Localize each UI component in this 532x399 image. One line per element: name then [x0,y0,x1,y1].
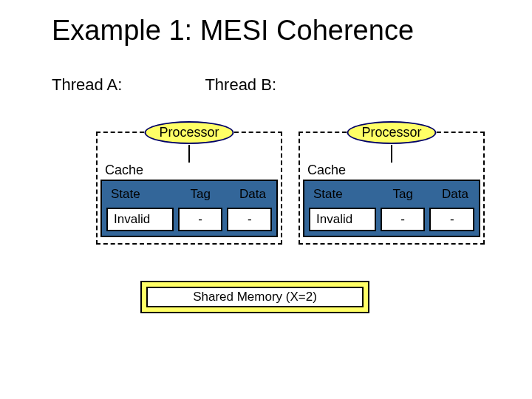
slide-title: Example 1: MESI Coherence [52,15,414,47]
processor-a-node: Processor [144,121,233,144]
thread-b-label: Thread B: [205,75,276,95]
cache-b-state-cell: Invalid [309,208,376,231]
cache-b-table: State Tag Data Invalid - - [303,180,480,237]
cache-b-tag-cell: - [381,208,426,231]
cache-a-data-cell: - [227,208,272,231]
cache-b-header-state: State [309,185,346,203]
cache-b-header-data: Data [439,185,474,203]
core-b-box: Processor Cache State Tag Data Invalid -… [299,132,485,245]
cache-a-tag-cell: - [178,208,223,231]
cache-b-header-tag: Tag [389,185,415,203]
shared-memory-box: Shared Memory (X=2) [140,281,369,313]
cache-a-header-tag: Tag [187,185,213,203]
cache-a-table: State Tag Data Invalid - - [100,180,278,237]
processor-b-node: Processor [347,121,436,144]
connector-a [188,145,190,163]
thread-a-label: Thread A: [52,75,122,95]
cache-a-label: Cache [105,163,278,178]
cache-b-data-cell: - [429,208,474,231]
cache-a-header-data: Data [236,185,272,203]
connector-b [391,145,392,163]
cache-a-header-state: State [106,185,143,203]
shared-memory-label: Shared Memory (X=2) [146,287,364,307]
core-a-box: Processor Cache State Tag Data Invalid -… [96,132,282,245]
cache-b-label: Cache [307,163,480,178]
cache-a-state-cell: Invalid [106,208,174,231]
